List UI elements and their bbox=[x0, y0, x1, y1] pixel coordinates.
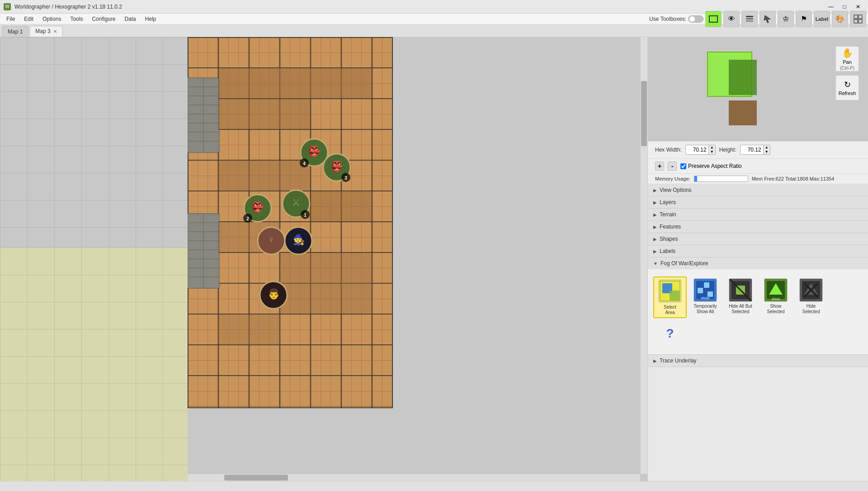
accordion-features-header[interactable]: ▶ Features bbox=[648, 221, 868, 233]
accordion-trace-header[interactable]: ▶ Trace Underlay bbox=[648, 355, 868, 367]
refresh-label: Refresh bbox=[839, 91, 856, 96]
accordion-view-options: ▶ View Options bbox=[648, 184, 868, 196]
svg-rect-5 bbox=[854, 15, 858, 19]
hex-width-up[interactable]: ▲ bbox=[709, 145, 715, 150]
tab-map3-close[interactable]: ✕ bbox=[53, 29, 57, 34]
shapes-arrow: ▶ bbox=[653, 237, 657, 242]
labels-arrow: ▶ bbox=[653, 249, 657, 254]
svg-rect-6 bbox=[859, 15, 862, 19]
aspect-ratio-text: Preserve Aspect Ratio bbox=[688, 163, 742, 169]
memory-stats: Mem Free:622 Total:1808 Max:11354 bbox=[752, 176, 835, 181]
svg-rect-8 bbox=[859, 19, 862, 23]
vertical-scrollbar[interactable] bbox=[640, 37, 647, 474]
hex-size-controls: Hex Width: ▲ ▼ Height: ▲ ▼ bbox=[648, 141, 868, 159]
svg-rect-63 bbox=[280, 253, 372, 314]
hex-height-input[interactable] bbox=[741, 146, 763, 154]
menu-tools[interactable]: Tools bbox=[66, 14, 87, 24]
svg-rect-93 bbox=[704, 282, 709, 288]
menu-data[interactable]: Data bbox=[120, 14, 140, 24]
accordion-fog-header[interactable]: ▼ Fog Of War/Explore bbox=[648, 257, 868, 269]
svg-text:2: 2 bbox=[246, 216, 249, 221]
map-area[interactable]: 👺 3 👺 4 👺 2 ⚔ 1 ♀ bbox=[0, 37, 647, 481]
memory-label: Memory Usage: bbox=[655, 176, 690, 181]
hex-height-input-wrap: ▲ ▼ bbox=[740, 145, 770, 155]
zoom-in-button[interactable]: + bbox=[655, 162, 664, 171]
right-panel: ✋ Pan (Ctrl-P) ↻ Refresh Hex Width: ▲ ▼ bbox=[647, 37, 868, 481]
svg-text:1: 1 bbox=[304, 213, 307, 218]
accordion-fog-of-war: ▼ Fog Of War/Explore bbox=[648, 257, 868, 355]
fog-help-button[interactable]: ? bbox=[653, 320, 687, 347]
minimize-button[interactable]: — bbox=[825, 2, 837, 11]
svg-text:⚔: ⚔ bbox=[292, 197, 301, 208]
fog-temp-show-all-button[interactable]: show TemporarilyShow All bbox=[689, 276, 722, 316]
fog-select-area-button[interactable]: SelectArea bbox=[653, 276, 687, 318]
dungeon-map[interactable]: 👺 3 👺 4 👺 2 ⚔ 1 ♀ bbox=[188, 37, 393, 408]
shapes-label: Shapes bbox=[660, 236, 678, 242]
svg-text:show: show bbox=[772, 297, 780, 301]
fog-hide-selected-button[interactable]: HideSelected bbox=[794, 276, 828, 316]
h-scroll-thumb[interactable] bbox=[224, 475, 288, 481]
pan-button[interactable]: ✋ Pan (Ctrl-P) bbox=[835, 46, 859, 72]
toolbar-king[interactable]: ♔ bbox=[778, 11, 794, 27]
accordion-shapes-header[interactable]: ▶ Shapes bbox=[648, 233, 868, 245]
pan-shortcut: (Ctrl-P) bbox=[840, 66, 854, 71]
v-scroll-thumb[interactable] bbox=[641, 81, 647, 147]
toolbar-eye[interactable]: 👁 bbox=[723, 11, 740, 27]
pan-label: Pan bbox=[843, 59, 852, 65]
toolbar-label[interactable]: Label bbox=[814, 11, 830, 27]
zoom-out-button[interactable]: - bbox=[668, 162, 677, 171]
menu-help[interactable]: Help bbox=[141, 14, 161, 24]
toolbar-grid[interactable] bbox=[850, 11, 866, 27]
features-arrow: ▶ bbox=[653, 224, 657, 229]
accordion-labels-header[interactable]: ▶ Labels bbox=[648, 245, 868, 257]
toolbar-flag[interactable]: ⚑ bbox=[796, 11, 812, 27]
fog-hide-selected-label: HideSelected bbox=[802, 304, 820, 315]
hex-width-label: Hex Width: bbox=[655, 147, 682, 153]
accordion-terrain: ▶ Terrain bbox=[648, 209, 868, 221]
use-toolboxes-toggle[interactable] bbox=[688, 15, 703, 23]
maximize-button[interactable]: □ bbox=[838, 2, 851, 11]
menubar: File Edit Options Tools Configure Data H… bbox=[0, 14, 868, 24]
accordion-terrain-header[interactable]: ▶ Terrain bbox=[648, 209, 868, 220]
hex-width-input-wrap: ▲ ▼ bbox=[685, 145, 716, 155]
accordion-view-options-header[interactable]: ▶ View Options bbox=[648, 184, 868, 196]
fog-temp-show-all-icon: show bbox=[693, 278, 717, 302]
toolbar-green-rect[interactable] bbox=[705, 11, 722, 27]
memory-bar-fill bbox=[694, 176, 697, 181]
accordion-labels: ▶ Labels bbox=[648, 245, 868, 257]
refresh-button[interactable]: ↻ Refresh bbox=[835, 75, 859, 100]
toolbar-layers[interactable] bbox=[741, 11, 758, 27]
layers-arrow: ▶ bbox=[653, 200, 657, 205]
toolbar-pointer[interactable] bbox=[760, 11, 776, 27]
fog-select-area-label: SelectArea bbox=[664, 305, 676, 315]
tab-map1-label: Map 1 bbox=[8, 29, 23, 35]
tab-map3[interactable]: Map 3 ✕ bbox=[29, 26, 62, 37]
svg-text:👺: 👺 bbox=[331, 160, 344, 172]
titlebar-title: Worldographer / Hexographer 2 v1.18 11.0… bbox=[14, 4, 122, 10]
menu-file[interactable]: File bbox=[2, 14, 19, 24]
close-button[interactable]: ✕ bbox=[852, 2, 864, 11]
menu-edit[interactable]: Edit bbox=[19, 14, 38, 24]
aspect-ratio-label[interactable]: Preserve Aspect Ratio bbox=[680, 163, 742, 169]
fog-hide-all-but-selected-button[interactable]: Hide All ButSelected bbox=[724, 276, 757, 316]
view-options-arrow: ▶ bbox=[653, 188, 657, 193]
hex-height-up[interactable]: ▲ bbox=[764, 145, 770, 150]
aspect-ratio-checkbox[interactable] bbox=[680, 163, 686, 169]
fog-select-area-icon bbox=[658, 279, 682, 303]
svg-rect-60 bbox=[218, 160, 311, 191]
fog-body: SelectArea show bbox=[648, 269, 868, 354]
menu-configure[interactable]: Configure bbox=[87, 14, 120, 24]
hex-width-down[interactable]: ▼ bbox=[709, 150, 715, 154]
memory-bar bbox=[694, 176, 748, 182]
hex-height-spinners: ▲ ▼ bbox=[763, 145, 770, 154]
toolbar-palette[interactable]: 🎨 bbox=[832, 11, 848, 27]
hex-width-input[interactable] bbox=[686, 146, 708, 154]
hex-height-down[interactable]: ▼ bbox=[764, 150, 770, 154]
fog-show-selected-button[interactable]: show ShowSelected bbox=[759, 276, 793, 316]
tab-map1[interactable]: Map 1 bbox=[2, 26, 28, 37]
svg-rect-92 bbox=[698, 288, 703, 293]
trace-arrow: ▶ bbox=[653, 358, 657, 363]
menu-options[interactable]: Options bbox=[38, 14, 66, 24]
accordion-trace-underlay: ▶ Trace Underlay bbox=[648, 355, 868, 367]
accordion-layers-header[interactable]: ▶ Layers bbox=[648, 196, 868, 208]
